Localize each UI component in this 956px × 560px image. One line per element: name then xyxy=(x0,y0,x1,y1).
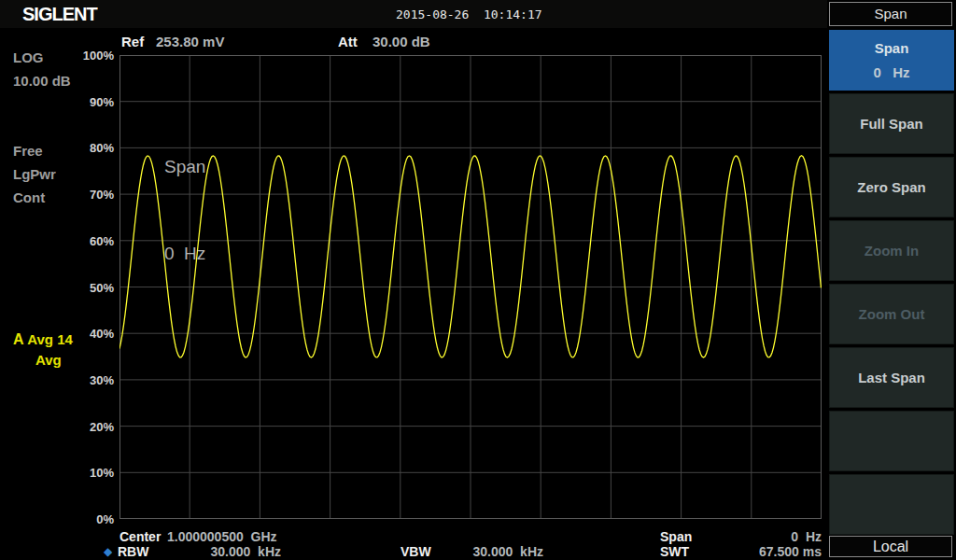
trace-avg-sub-label: Avg xyxy=(35,352,62,368)
scale-type-label: LOG xyxy=(13,49,44,65)
y-axis-tick: 50% xyxy=(90,280,114,294)
scale-value-label: 10.00 dB xyxy=(13,73,71,89)
span-annotation: Span 0 Hz xyxy=(164,94,205,326)
span-annotation-line1: Span xyxy=(164,152,205,181)
menu-button-full-span[interactable]: Full Span xyxy=(829,93,954,154)
ref-value: 253.80 mV xyxy=(156,34,224,49)
menu-button-zero-span[interactable]: Zero Span xyxy=(829,157,954,217)
sweep-mode-label: Cont xyxy=(13,189,45,205)
ref-label: Ref xyxy=(121,34,144,49)
rbw-diamond-icon: ◆ xyxy=(104,545,112,558)
y-axis-tick: 70% xyxy=(90,188,114,202)
menu-button-label: Full Span xyxy=(860,116,923,132)
center-freq-value: 1.000000500 GHz xyxy=(167,529,277,544)
menu-button-zoom-out[interactable]: Zoom Out xyxy=(829,284,954,344)
y-axis-tick: 80% xyxy=(90,141,114,155)
menu-button-last-span[interactable]: Last Span xyxy=(829,347,954,408)
span-annotation-line2: 0 Hz xyxy=(164,239,205,268)
att-label: Att xyxy=(338,34,358,49)
y-axis-tick: 60% xyxy=(90,233,114,247)
span-readout-value: 0 Hz xyxy=(738,529,822,544)
y-axis-tick: 100% xyxy=(83,49,114,63)
menu-button-label: Span xyxy=(875,40,909,56)
y-axis-tick: 20% xyxy=(90,419,114,433)
y-axis-tick: 0% xyxy=(96,512,114,526)
menu-button-empty-6[interactable] xyxy=(829,411,954,471)
trace-status: A Avg 14 xyxy=(13,331,73,348)
trace-letter: A xyxy=(13,331,24,347)
menu-button-label: Zoom In xyxy=(865,243,919,259)
menu-button-empty-7[interactable] xyxy=(829,474,954,535)
menu-panel: Span Span0 HzFull SpanZero SpanZoom InZo… xyxy=(827,0,956,560)
graticule-svg xyxy=(120,55,822,519)
top-bar: SIGLENT 2015-08-26 10:14:17 xyxy=(0,0,827,28)
menu-buttons: Span0 HzFull SpanZero SpanZoom InZoom Ou… xyxy=(829,30,954,538)
y-axis-tick: 30% xyxy=(90,372,114,386)
menu-button-value: 0 Hz xyxy=(873,64,909,80)
menu-button-zoom-in[interactable]: Zoom In xyxy=(829,220,954,281)
trace-avg-label: Avg 14 xyxy=(27,331,73,347)
center-freq-label: Center xyxy=(120,529,161,544)
vbw-value: 30.000 kHz xyxy=(448,544,543,559)
att-value: 30.00 dB xyxy=(373,34,430,49)
swt-label: SWT xyxy=(660,544,689,559)
power-mode-label: LgPwr xyxy=(13,166,56,182)
y-axis: 100%90%80%70%60%50%40%30%20%10%0% xyxy=(73,55,117,519)
y-axis-tick: 40% xyxy=(90,327,114,341)
brand-logo: SIGLENT xyxy=(22,4,97,25)
menu-button-label: Last Span xyxy=(858,370,925,385)
y-axis-tick: 10% xyxy=(90,466,114,480)
rbw-value: 30.000 kHz xyxy=(168,544,281,559)
local-button[interactable]: Local xyxy=(829,536,952,557)
menu-button-label: Zero Span xyxy=(857,179,925,195)
menu-title: Span xyxy=(829,2,952,26)
datetime: 2015-08-26 10:14:17 xyxy=(396,7,542,21)
vbw-label: VBW xyxy=(401,544,431,559)
plot-area: Span 0 Hz xyxy=(120,55,822,519)
menu-button-label: Zoom Out xyxy=(859,306,925,322)
span-readout-label: Span xyxy=(660,529,692,544)
rbw-label: RBW xyxy=(118,544,148,559)
trigger-label: Free xyxy=(13,143,43,159)
y-axis-tick: 90% xyxy=(90,94,114,108)
menu-button-span[interactable]: Span0 Hz xyxy=(829,30,954,91)
swt-value: 67.500 ms xyxy=(728,544,822,559)
